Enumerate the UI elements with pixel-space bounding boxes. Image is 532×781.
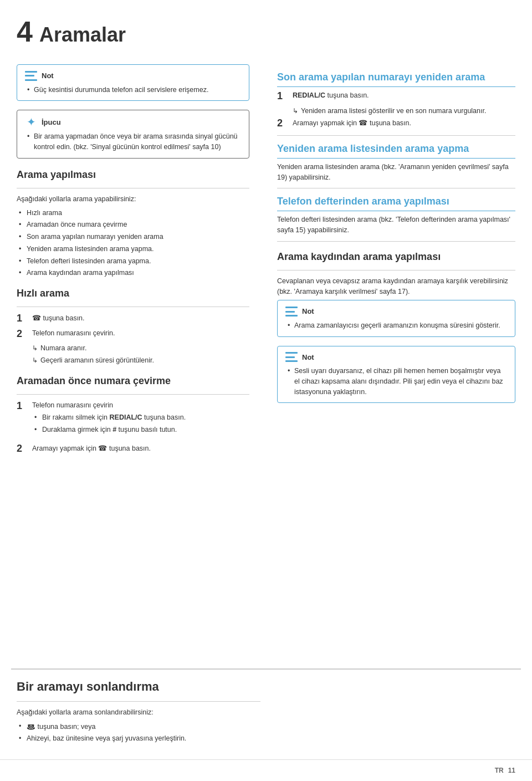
phone-icon: ☎ (359, 118, 367, 129)
sonarama-section: Son arama yapılan numarayı yeniden arama… (277, 70, 515, 130)
chapter-number: 4 (17, 10, 33, 53)
not-box: Not Güç kesintisi durumunda telefon acil… (17, 64, 249, 101)
list-item: Duraklama girmek için # tuşunu basılı tu… (32, 425, 249, 435)
arrow-text: Geçerli aramanın süresi görüntülenir. (40, 355, 154, 366)
footer-lang: TR (495, 765, 504, 775)
not2-content: Sesli uyarı duyarsanız, el cihazı pili h… (285, 366, 507, 397)
note-icon-bar-2 (25, 75, 34, 76)
yeniden-section: Yeniden arama listesinden arama yapma Ye… (277, 141, 515, 183)
list-item: ☎ tuşuna basın; veya (17, 721, 260, 732)
oncenumara-step-2: 2 Aramayı yapmak için ☎ tuşuna basın. (17, 443, 249, 455)
list-item: Son arama yapılan numarayı yeniden arama (17, 232, 249, 242)
note-icon-bar-1 (25, 71, 37, 73)
step-content: Telefon numarasını çevirin Bir rakamı si… (32, 400, 249, 440)
not1-content: Arama zamanlayıcısı geçerli aramanızın k… (285, 320, 507, 331)
arrow-text: Yeniden arama listesi gösterilir ve en s… (301, 106, 486, 116)
section-divider (277, 135, 515, 136)
step-content: Aramayı yapmak için ☎ tuşuna basın. (32, 443, 249, 454)
arrow-icon: ↳ (32, 343, 38, 353)
not1-label: Not (302, 306, 314, 317)
arama-intro: Aşağıdaki yollarla arama yapabilirsiniz: (17, 194, 249, 205)
oncenumara-section: Aramadan önce numara çevirme 1 Telefon n… (17, 374, 249, 455)
list-item: Yeniden arama listesinden arama yapma. (17, 244, 249, 254)
note-icon-bar-1 (285, 352, 298, 354)
yeniden-heading: Yeniden arama listesinden arama yapma (277, 141, 515, 159)
not2-header: Not (285, 352, 507, 363)
hizli-arrow-2: ↳ Geçerli aramanın süresi görüntülenir. (17, 355, 249, 366)
bottom-bullet-list: ☎ tuşuna basın; veya Ahizeyi, baz ünites… (17, 721, 260, 744)
note-icon (25, 71, 37, 81)
bottom-intro: Aşağıdaki yollarla arama sonlandırabilir… (17, 707, 260, 718)
hizli-step-2: 2 Telefon numarasını çevirin. (17, 328, 249, 340)
not1-header: Not (285, 306, 507, 317)
bottom-section: Bir aramayı sonlandırma Aşağıdaki yollar… (0, 672, 532, 759)
page-footer: TR 11 (0, 759, 532, 781)
kayit-text: Cevaplanan veya cevapsız arama kaydından… (277, 276, 515, 297)
phone-icon: ☎ (98, 443, 107, 454)
hizli-arrow-1: ↳ Numara aranır. (17, 343, 249, 354)
telefon-text: Telefon defteri listesinden arama (bkz. … (277, 215, 515, 236)
ipucu-content: Bir arama yapmadan önce veya bir arama s… (25, 131, 241, 152)
step-content: ☎ tuşuna basın. (32, 313, 249, 324)
note-icon (285, 352, 298, 362)
bold-text: REDIAL/C (110, 414, 142, 421)
not-label: Not (42, 70, 54, 81)
yeniden-text: Yeniden arama listesinden arama (bkz. 'A… (277, 162, 515, 183)
bottom-right (277, 677, 515, 748)
list-item: Arama kaydından arama yapılması (17, 268, 249, 278)
not-content: Güç kesintisi durumunda telefon acil ser… (25, 85, 241, 95)
section-divider (277, 241, 515, 242)
arrow-icon: ↳ (293, 106, 298, 116)
not-box-1: Not Arama zamanlayıcısı geçerli aramanız… (277, 300, 515, 336)
sonarama-heading: Son arama yapılan numarayı yeniden arama (277, 70, 515, 87)
section-divider (277, 188, 515, 188)
not-text: Güç kesintisi durumunda telefon acil ser… (27, 85, 241, 95)
chapter-name: Aramalar (39, 20, 126, 50)
step-number: 2 (277, 118, 287, 130)
footer-page: 11 (508, 765, 515, 775)
note-icon-bar-1 (285, 307, 298, 308)
main-divider (11, 668, 521, 670)
not-box-2: Not Sesli uyarı duyarsanız, el cihazı pi… (277, 346, 515, 404)
list-item: Hızlı arama (17, 208, 249, 218)
hizli-heading: Hızlı arama (17, 286, 249, 301)
star-icon: ✦ (27, 114, 36, 130)
ipucu-box: ✦ İpucu Bir arama yapmadan önce veya bir… (17, 110, 249, 159)
page-container: 4 Aramalar Not Güç kesintisi durumunda t… (0, 0, 532, 781)
phone-icon: ☎ (32, 313, 41, 324)
bottom-left: Bir aramayı sonlandırma Aşağıdaki yollar… (17, 677, 260, 748)
left-column: Not Güç kesintisi durumunda telefon acil… (11, 59, 255, 666)
page-header: 4 Aramalar (0, 0, 532, 59)
kayit-divider (277, 270, 515, 270)
sonarama-step-2: 2 Aramayı yapmak için ☎ tuşuna basın. (277, 118, 515, 130)
bottom-left-heading: Bir aramayı sonlandırma (17, 677, 260, 696)
not1-text: Arama zamanlayıcısı geçerli aramanızın k… (288, 320, 507, 331)
arrow-icon: ↳ (32, 355, 38, 365)
step-content: Telefon numarasını çevirin. (32, 328, 249, 339)
sonarama-step-1: 1 REDIAL/C tuşuna basın. (277, 90, 515, 103)
ipucu-label: İpucu (42, 117, 61, 128)
ipucu-icon: ✦ (25, 116, 37, 128)
note-icon-bar-2 (285, 356, 295, 358)
step-number: 1 (17, 313, 27, 325)
step-number: 1 (277, 90, 287, 103)
note-icon-bar-3 (285, 315, 298, 317)
bottom-divider (17, 701, 260, 702)
hizli-divider (17, 307, 249, 307)
step-number: 2 (17, 443, 27, 455)
step-number: 2 (17, 328, 27, 340)
telefon-section: Telefon defterinden arama yapılması Tele… (277, 194, 515, 236)
list-item: Telefon defteri listesinden arama yapma. (17, 256, 249, 267)
bold-text: REDIAL/C (293, 91, 325, 99)
note-icon-bar-2 (285, 311, 295, 313)
oncenumara-divider (17, 394, 249, 395)
ipucu-text: Bir arama yapmadan önce veya bir arama s… (27, 131, 241, 152)
note-icon (285, 307, 298, 317)
arama-bullet-list: Hızlı arama Aramadan önce numara çevirme… (17, 208, 249, 279)
right-column: Son arama yapılan numarayı yeniden arama… (272, 59, 521, 666)
arama-heading: Arama yapılması (17, 167, 249, 182)
ipucu-header: ✦ İpucu (25, 116, 241, 128)
arama-section: Arama yapılması Aşağıdaki yollarla arama… (17, 167, 249, 278)
step-content: REDIAL/C tuşuna basın. (293, 90, 515, 101)
hizli-arama-section: Hızlı arama 1 ☎ tuşuna basın. 2 Telefon … (17, 286, 249, 366)
